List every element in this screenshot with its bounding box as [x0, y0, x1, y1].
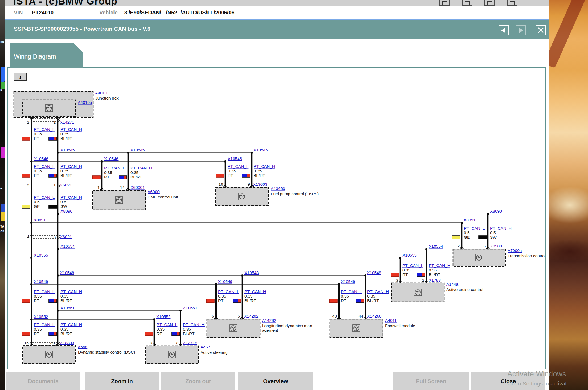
app-title: ISTA - (c)BMW Group [13, 0, 117, 6]
vin-label: VIN [14, 10, 23, 16]
footer-button-zoom-in[interactable]: Zoom in [85, 372, 159, 390]
activate-windows-watermark: Activate Windows [507, 370, 566, 378]
print-icon-glyph [487, 1, 492, 5]
back-icon [501, 28, 505, 33]
desktop-icon-fragment [1, 204, 5, 212]
plugin-icon[interactable] [462, 0, 472, 6]
desktop-icon-text: Xe [0, 229, 4, 233]
close-icon-glyph [510, 1, 515, 5]
restore-icon-glyph [442, 1, 447, 5]
vehicle-value: 3'/E90/SEDAN/ - /N52,-/AUTO/US/LL/2006/0… [124, 10, 234, 16]
desktop-icon-fragment [1, 212, 5, 221]
desktop-icon-text: TA [0, 225, 4, 228]
footer-button-documents[interactable]: Documents [6, 372, 80, 390]
close-icon[interactable] [507, 0, 517, 6]
desktop-background-photo [549, 0, 588, 390]
desktop-background-left: ouPeTAXe [0, 0, 5, 390]
desktop-icon-text: ou [0, 40, 4, 44]
desktop-icon-text: e [0, 186, 2, 190]
document-header-bar: SSP-BTS-SP0000023955 - Powertrain CAN bu… [5, 20, 549, 39]
tab-label: Wiring Diagram [14, 53, 56, 60]
desktop-icon-fragment [1, 82, 5, 89]
print-icon[interactable] [484, 0, 495, 6]
desktop-icon-fragment [1, 147, 5, 158]
desktop-icon-text: P [0, 88, 2, 92]
footer-button-overview[interactable]: Overview [238, 372, 313, 390]
back-button[interactable] [499, 25, 509, 35]
vin-bar: VIN PT24010 Vehicle 3'/E90/SEDAN/ - /N52… [5, 6, 549, 19]
restore-icon[interactable] [439, 0, 450, 6]
forward-icon [519, 28, 523, 33]
diagram-frame [7, 67, 546, 369]
activate-windows-hint: Go to Settings to activat [507, 380, 567, 387]
photo-shadow [549, 240, 588, 264]
footer-button-full-screen[interactable]: Full Screen [393, 372, 469, 390]
vehicle-label: Vehicle [99, 10, 118, 16]
info-button[interactable]: i [14, 73, 27, 81]
close-button[interactable] [536, 25, 546, 35]
photo-shadow [549, 0, 587, 68]
plugin-icon-glyph [465, 1, 470, 5]
screen: ISTA - (c)BMW Group VIN PT24010 Vehicle … [0, 0, 588, 390]
photo-highlight [549, 186, 588, 224]
vin-value: PT24010 [32, 10, 54, 16]
document-title: SSP-BTS-SP0000023955 - Powertrain CAN bu… [14, 26, 150, 32]
forward-button[interactable] [516, 25, 526, 35]
tab-wiring-diagram[interactable]: Wiring Diagram [10, 43, 83, 68]
footer-button-zoom-out[interactable]: Zoom out [161, 372, 235, 390]
info-icon: i [19, 74, 21, 80]
desktop-icon-fragment [1, 67, 5, 82]
